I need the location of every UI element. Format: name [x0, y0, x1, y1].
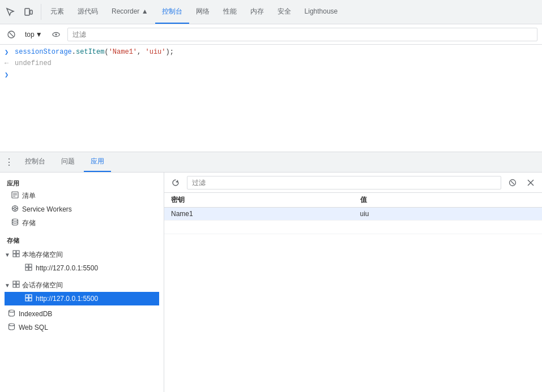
col-value: 值	[353, 193, 543, 208]
storage-clear-btn[interactable]	[506, 176, 519, 189]
sidebar: 应用 清单 Service Workers 存储 存储	[0, 173, 164, 392]
service-workers-icon	[11, 205, 19, 214]
svg-rect-17	[13, 251, 16, 253]
storage-app-icon	[11, 218, 19, 227]
return-prompt: ←	[5, 59, 11, 67]
svg-rect-30	[29, 295, 32, 298]
col-key: 密钥	[164, 193, 353, 208]
tab-security[interactable]: 安全	[271, 0, 298, 24]
session-storage-group: ▼ 会话存储空间 http://127.0.0.1:5500	[0, 277, 164, 307]
svg-point-33	[9, 310, 15, 312]
sidebar-item-manifest[interactable]: 清单	[0, 189, 164, 203]
session-storage-127[interactable]: http://127.0.0.1:5500	[5, 292, 159, 305]
svg-point-5	[55, 33, 57, 35]
tab-console[interactable]: 控制台	[155, 0, 189, 24]
local-storage-group: ▼ 本地存储空间 http://127.0.0.1:5500	[0, 246, 164, 277]
eye-icon-btn[interactable]	[49, 28, 63, 41]
tab-performance[interactable]: 性能	[216, 0, 244, 24]
storage-close-btn[interactable]	[524, 176, 537, 189]
nav-icon-group	[2, 4, 41, 20]
sidebar-item-websql[interactable]: Web SQL	[0, 321, 164, 334]
console-output: ❯ sessionStorage.setItem('Name1', 'uiu')…	[0, 45, 542, 152]
input-prompt: ❯	[5, 48, 11, 57]
indexeddb-label: IndexedDB	[19, 310, 52, 318]
svg-rect-22	[29, 264, 32, 267]
svg-line-36	[511, 181, 514, 184]
svg-line-3	[10, 32, 14, 36]
svg-point-11	[14, 208, 16, 210]
service-workers-label: Service Workers	[22, 205, 72, 213]
storage-table: 密钥 值 Name1 uiu	[164, 193, 542, 234]
console-line-cursor[interactable]: ❯	[0, 70, 542, 81]
local-storage-127-icon	[25, 264, 32, 273]
tab-memory[interactable]: 内存	[244, 0, 271, 24]
svg-rect-26	[16, 281, 19, 284]
bottom-panel: ⋮ 控制台 问题 应用 应用 清单 Service Workers	[0, 152, 542, 392]
websql-icon	[8, 323, 15, 332]
console-line-output: ← undefined	[0, 58, 542, 70]
tab-recorder[interactable]: Recorder ▲	[105, 0, 155, 24]
svg-rect-27	[13, 285, 16, 287]
svg-rect-1	[30, 10, 32, 14]
sidebar-item-service-workers[interactable]: Service Workers	[0, 203, 164, 216]
svg-rect-28	[16, 285, 19, 287]
svg-rect-29	[25, 295, 28, 298]
tab-lighthouse[interactable]: Lighthouse	[298, 0, 345, 24]
tab-source[interactable]: 源代码	[71, 0, 105, 24]
storage-refresh-btn[interactable]	[169, 176, 182, 189]
console-toolbar: top ▼	[0, 24, 542, 45]
console-clear-btn[interactable]	[5, 28, 18, 41]
row-value: uiu	[353, 208, 543, 221]
inspect-icon-btn[interactable]	[2, 4, 18, 20]
bottom-tabs: ⋮ 控制台 问题 应用	[0, 152, 542, 173]
svg-rect-19	[13, 254, 16, 257]
bottom-tab-app[interactable]: 应用	[84, 152, 111, 172]
local-storage-127[interactable]: http://127.0.0.1:5500	[5, 261, 159, 275]
storage-toolbar	[164, 173, 542, 193]
console-filter-input[interactable]	[67, 28, 537, 41]
dropdown-label: top	[25, 31, 35, 38]
context-dropdown[interactable]: top ▼	[23, 28, 45, 41]
session-storage-header[interactable]: ▼ 会话存储空间	[5, 278, 159, 292]
storage-main-content: 密钥 值 Name1 uiu	[164, 173, 542, 392]
top-nav-tabs: 元素 源代码 Recorder ▲ 控制台 网络 性能 内存 安全 Lighth…	[44, 0, 540, 24]
svg-point-16	[12, 219, 18, 221]
svg-rect-23	[25, 268, 28, 270]
tab-elements[interactable]: 元素	[44, 0, 71, 24]
bottom-tab-console[interactable]: 控制台	[18, 152, 52, 172]
sidebar-item-storage-app[interactable]: 存储	[0, 216, 164, 230]
session-storage-127-label: http://127.0.0.1:5500	[36, 295, 98, 303]
svg-rect-31	[25, 298, 28, 301]
session-storage-chevron: ▼	[5, 282, 10, 288]
dropdown-arrow-icon: ▼	[36, 31, 42, 38]
session-storage-label: 会话存储空间	[22, 281, 63, 290]
local-storage-label: 本地存储空间	[22, 250, 63, 260]
local-storage-grid-icon	[12, 250, 20, 259]
app-section-title: 应用	[0, 177, 164, 189]
cursor-prompt: ❯	[5, 71, 8, 79]
svg-rect-20	[16, 254, 19, 257]
storage-app-label: 存储	[22, 218, 36, 228]
tab-network[interactable]: 网络	[189, 0, 216, 24]
row-key: Name1	[164, 208, 353, 221]
local-storage-header[interactable]: ▼ 本地存储空间	[5, 248, 159, 261]
session-storage-127-icon	[25, 294, 32, 303]
svg-rect-24	[29, 268, 32, 270]
storage-section-title: 存储	[0, 234, 164, 246]
table-row[interactable]: Name1 uiu	[164, 208, 542, 221]
device-toggle-btn[interactable]	[20, 4, 36, 20]
storage-table-container: 密钥 值 Name1 uiu	[164, 193, 542, 392]
manifest-label: 清单	[22, 191, 36, 201]
local-storage-chevron: ▼	[5, 252, 10, 258]
storage-filter-input[interactable]	[187, 176, 501, 189]
table-row-empty	[164, 221, 542, 234]
svg-rect-21	[25, 264, 28, 267]
sidebar-item-indexeddb[interactable]: IndexedDB	[0, 307, 164, 321]
websql-label: Web SQL	[19, 324, 48, 331]
console-line-input: ❯ sessionStorage.setItem('Name1', 'uiu')…	[0, 47, 542, 58]
svg-rect-25	[13, 281, 16, 284]
svg-point-34	[9, 324, 15, 326]
top-nav-bar: 元素 源代码 Recorder ▲ 控制台 网络 性能 内存 安全 Lighth…	[0, 0, 542, 24]
bottom-tab-issues[interactable]: 问题	[54, 152, 82, 172]
console-undefined-value: undefined	[15, 59, 52, 67]
